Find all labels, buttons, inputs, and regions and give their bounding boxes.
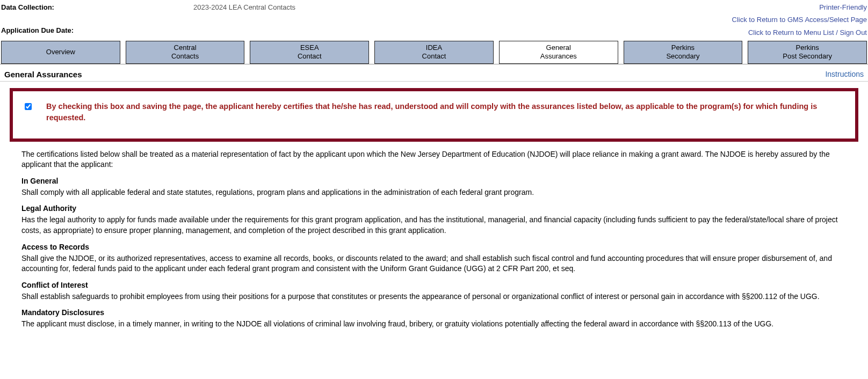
return-menu-link[interactable]: Click to Return to Menu List / Sign Out bbox=[732, 26, 867, 39]
section-title: General Assurances bbox=[4, 70, 82, 79]
tab-general-assurances[interactable]: GeneralAssurances bbox=[499, 41, 618, 64]
tab-overview[interactable]: Overview bbox=[1, 41, 120, 64]
text-conflict-of-interest: Shall establish safeguards to prohibit e… bbox=[21, 291, 847, 302]
heading-in-general: In General bbox=[21, 177, 847, 185]
tab-idea-contact[interactable]: IDEAContact bbox=[374, 41, 494, 64]
return-gms-link[interactable]: Click to Return to GMS Access/Select Pag… bbox=[732, 13, 867, 26]
heading-access-to-records: Access to Records bbox=[21, 243, 847, 251]
due-date-label: Application Due Date: bbox=[0, 26, 193, 34]
tab-esea-contact[interactable]: ESEAContact bbox=[250, 41, 369, 64]
data-collection-value: 2023-2024 LEA Central Contacts bbox=[193, 3, 295, 11]
intro-paragraph: The certifications listed below shall be… bbox=[21, 149, 847, 170]
heading-legal-authority: Legal Authority bbox=[21, 204, 847, 213]
section-header: General Assurances Instructions bbox=[0, 64, 868, 82]
text-access-to-records: Shall give the NJDOE, or its authorized … bbox=[21, 253, 847, 274]
tab-perkins-secondary[interactable]: PerkinsSecondary bbox=[624, 41, 743, 64]
assurances-content: The certifications listed below shall be… bbox=[0, 142, 868, 347]
text-legal-authority: Has the legal authority to apply for fun… bbox=[21, 215, 847, 236]
instructions-link[interactable]: Instructions bbox=[825, 70, 864, 78]
data-collection-label: Data Collection: bbox=[0, 3, 193, 11]
heading-mandatory-disclosures: Mandatory Disclosures bbox=[21, 308, 847, 317]
tab-row: Overview CentralContacts ESEAContact IDE… bbox=[0, 41, 868, 64]
certification-callout: By checking this box and saving the page… bbox=[10, 88, 858, 142]
certification-checkbox[interactable] bbox=[25, 103, 32, 110]
certification-text: By checking this box and saving the page… bbox=[46, 101, 845, 123]
tab-perkins-post-secondary[interactable]: PerkinsPost Secondary bbox=[748, 41, 867, 64]
heading-conflict-of-interest: Conflict of Interest bbox=[21, 281, 847, 289]
printer-friendly-link[interactable]: Printer-Friendly bbox=[732, 1, 867, 13]
text-in-general: Shall comply with all applicable federal… bbox=[21, 187, 847, 198]
tab-central-contacts[interactable]: CentralContacts bbox=[126, 41, 245, 64]
text-mandatory-disclosures: The applicant must disclose, in a timely… bbox=[21, 319, 847, 330]
top-links: Printer-Friendly Click to Return to GMS … bbox=[732, 1, 867, 39]
